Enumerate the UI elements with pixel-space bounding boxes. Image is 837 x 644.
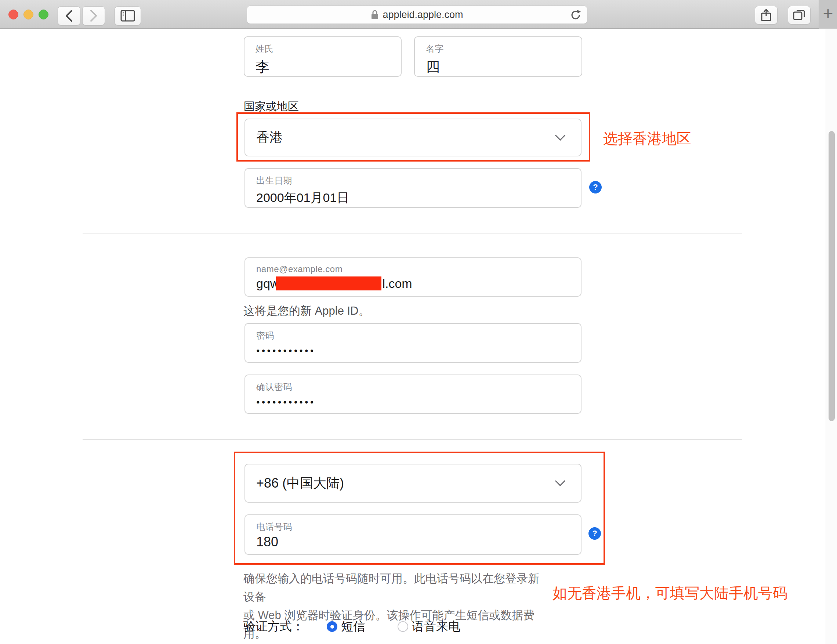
- email-field[interactable]: name@example.com gqwl.com: [245, 257, 581, 297]
- apple-id-note: 这将是您的新 Apple ID。: [243, 302, 370, 320]
- window-zoom-button[interactable]: [39, 10, 48, 20]
- email-placeholder: name@example.com: [256, 264, 581, 274]
- country-region-label: 国家或地区: [244, 99, 299, 114]
- share-icon: [761, 8, 771, 22]
- back-icon: [65, 10, 73, 22]
- last-name-label: 姓氏: [256, 43, 401, 55]
- sidebar-icon: [120, 10, 135, 22]
- chevron-down-icon: [555, 130, 565, 140]
- lock-icon: [371, 10, 379, 20]
- radio-selected-dot: [330, 625, 334, 629]
- confirm-password-masked-value: ●●●●●●●●●●●: [256, 399, 581, 405]
- confirm-password-label: 确认密码: [256, 381, 581, 393]
- window-minimize-button[interactable]: [23, 10, 33, 20]
- birthday-field[interactable]: 出生日期 2000年01月01日: [245, 168, 581, 208]
- tab-overview-button[interactable]: [788, 6, 811, 24]
- verification-method-label: 验证方式：: [243, 618, 304, 635]
- safari-window: appleid.apple.com: [0, 0, 837, 644]
- phone-help-icon[interactable]: ?: [589, 527, 601, 540]
- password-field[interactable]: 密码 ●●●●●●●●●●●: [245, 323, 581, 363]
- birthday-value: 2000年01月01日: [256, 189, 581, 206]
- window-close-button[interactable]: [8, 10, 18, 20]
- new-tab-plus-icon: +: [823, 5, 833, 22]
- last-name-field[interactable]: 姓氏 李: [244, 36, 402, 77]
- refresh-button[interactable]: [570, 9, 581, 21]
- share-button[interactable]: [755, 6, 778, 24]
- forward-icon: [90, 10, 98, 22]
- back-button[interactable]: [57, 6, 80, 25]
- verification-method-row: 验证方式： 短信 语音来电: [243, 618, 460, 635]
- radio-voice-call-label[interactable]: 语音来电: [412, 618, 460, 635]
- first-name-value: 四: [426, 58, 581, 76]
- phone-number-label: 电话号码: [256, 521, 581, 533]
- password-masked-value: ●●●●●●●●●●●: [256, 347, 581, 354]
- new-tab-button[interactable]: +: [819, 0, 837, 29]
- birthday-help-icon[interactable]: ?: [589, 181, 602, 194]
- radio-sms-label[interactable]: 短信: [341, 618, 365, 635]
- section-divider: [83, 233, 742, 233]
- birthday-label: 出生日期: [256, 175, 581, 187]
- email-redaction-bar: [276, 276, 381, 291]
- phone-number-value: 180: [256, 534, 581, 550]
- country-select[interactable]: 香港: [245, 118, 581, 156]
- scrollbar-track[interactable]: [826, 29, 837, 644]
- address-bar[interactable]: appleid.apple.com: [247, 5, 588, 24]
- country-value: 香港: [256, 128, 283, 146]
- radio-sms[interactable]: [327, 621, 337, 632]
- first-name-field[interactable]: 名字 四: [414, 36, 582, 77]
- url-text: appleid.apple.com: [382, 9, 463, 21]
- password-label: 密码: [256, 330, 581, 342]
- confirm-password-field[interactable]: 确认密码 ●●●●●●●●●●●: [245, 375, 581, 414]
- chevron-down-icon: [555, 476, 565, 486]
- email-value: gqwl.com: [256, 276, 581, 291]
- sidebar-toggle-button[interactable]: [115, 6, 141, 25]
- last-name-value: 李: [256, 58, 401, 76]
- first-name-label: 名字: [426, 43, 581, 55]
- region-tip-annotation: 选择香港地区: [603, 128, 691, 149]
- phone-number-field[interactable]: 电话号码 180: [245, 514, 581, 555]
- browser-toolbar: appleid.apple.com: [0, 0, 837, 29]
- scrollbar-thumb[interactable]: [829, 131, 835, 421]
- section-divider: [83, 439, 742, 440]
- dial-code-select[interactable]: +86 (中国大陆): [245, 464, 581, 503]
- forward-button[interactable]: [82, 6, 105, 25]
- radio-voice-call[interactable]: [397, 621, 408, 632]
- tabs-icon: [793, 9, 806, 21]
- dial-code-value: +86 (中国大陆): [256, 474, 344, 492]
- phone-tip-annotation: 如无香港手机，可填写大陆手机号码: [553, 583, 788, 603]
